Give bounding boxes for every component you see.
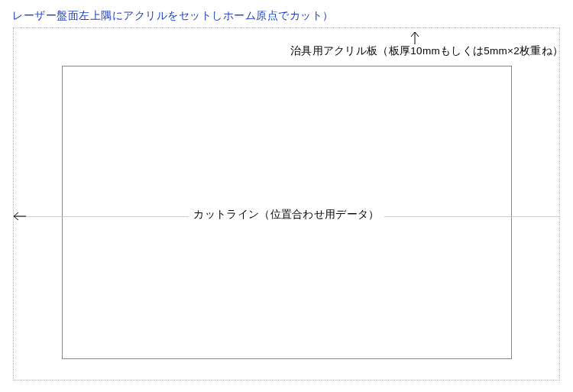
acrylic-plate-label: 治具用アクリル板（板厚10mmもしくは5mm×2枚重ね） xyxy=(290,44,563,58)
cut-line-label: カットライン（位置合わせ用データ） xyxy=(189,208,384,221)
cut-line-label-wrap: カットライン（位置合わせ用データ） xyxy=(0,208,573,222)
page-title: レーザー盤面左上隅にアクリルをセットしホーム原点でカット） xyxy=(0,0,573,23)
